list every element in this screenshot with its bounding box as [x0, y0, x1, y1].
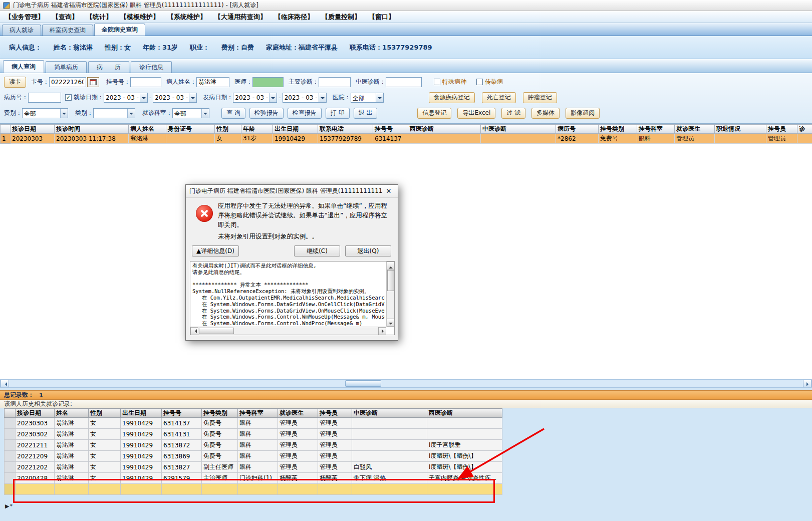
cell[interactable]: 6314137 — [162, 418, 202, 429]
cell[interactable] — [89, 484, 121, 495]
cell[interactable]: 20230303 11:17:38 — [55, 134, 129, 144]
history-table[interactable]: 接诊日期姓名性别出生日期挂号号挂号类别挂号科室就诊医生挂号员中医诊断西医诊断 2… — [4, 408, 502, 495]
cell[interactable]: I度晒斑\【晒伤\】 — [427, 451, 502, 462]
column-header[interactable]: 接诊日期 — [11, 125, 55, 134]
cell[interactable] — [278, 484, 318, 495]
chevron-down-icon[interactable] — [201, 109, 209, 118]
cell[interactable]: 眼科 — [637, 134, 675, 144]
cell[interactable]: 19910429 — [121, 418, 162, 429]
action-button-3[interactable]: 打 印 — [326, 108, 350, 119]
main-tab-2[interactable]: 全院病史查询 — [94, 24, 145, 36]
sub-tab-3[interactable]: 诊疗信息 — [131, 61, 172, 73]
cell[interactable]: 管理员 — [278, 418, 318, 429]
cell[interactable]: 子宫内膜炎 宫颈炎性疾... — [427, 473, 502, 484]
registration-button-1[interactable]: 死亡登记 — [482, 92, 516, 103]
tool-button-0[interactable]: 信息登记 — [417, 108, 451, 119]
hscroll-thumb[interactable] — [199, 328, 234, 334]
cell[interactable]: I度子宫脱垂 — [427, 440, 502, 451]
column-header[interactable]: 诊 — [797, 125, 812, 134]
table-row[interactable]: 20230303翁洺淋女199104296314137免费号眼科管理员管理员 — [5, 418, 502, 429]
cell[interactable]: 女 — [89, 418, 121, 429]
cell[interactable]: 6314137 — [373, 134, 408, 144]
visit-dept-select[interactable]: 全部 — [172, 108, 209, 118]
menu-item-2[interactable]: 【统计】 — [86, 13, 112, 22]
onset-date-from[interactable]: 2023 - 03 - 03 — [233, 93, 277, 103]
hospital-select[interactable]: 全部 — [351, 93, 384, 103]
doctor-input[interactable] — [252, 77, 284, 87]
cell[interactable]: 眼科 — [238, 429, 278, 440]
cell[interactable]: I度晒斑\【晒伤\】 — [427, 462, 502, 473]
registration-button-2[interactable]: 肿瘤登记 — [523, 92, 557, 103]
cell[interactable]: 6313869 — [162, 451, 202, 462]
reg-no-input[interactable] — [130, 77, 161, 87]
column-header[interactable]: 病历号 — [556, 125, 599, 134]
column-header[interactable]: 接诊日期 — [16, 409, 55, 418]
sub-tab-1[interactable]: 简单病历 — [46, 61, 87, 73]
cell[interactable] — [162, 484, 202, 495]
chevron-down-icon[interactable] — [140, 93, 147, 102]
cell[interactable] — [481, 134, 556, 144]
cell[interactable]: 眼科 — [238, 440, 278, 451]
search-result-table[interactable]: 接诊日期接诊时间病人姓名身份证号性别年龄出生日期联系电话挂号号西医诊断中医诊断病… — [0, 124, 812, 144]
visit-date-checkbox[interactable]: ✓ — [65, 94, 72, 101]
sub-tab-0[interactable]: 病人查询 — [3, 60, 44, 73]
column-header[interactable]: 挂号员 — [318, 409, 352, 418]
menu-item-1[interactable]: 【查询】 — [52, 13, 78, 22]
column-header[interactable]: 出生日期 — [121, 409, 162, 418]
column-header[interactable]: 挂号类别 — [202, 409, 238, 418]
cell[interactable] — [352, 429, 427, 440]
cell[interactable] — [352, 451, 427, 462]
cell[interactable] — [408, 134, 481, 144]
menu-item-0[interactable]: 【业务管理】 — [5, 13, 44, 22]
main-tab-0[interactable]: 病人就诊 — [2, 25, 41, 36]
menu-item-8[interactable]: 【窗口】 — [369, 13, 395, 22]
cell[interactable]: 免费号 — [202, 440, 238, 451]
chevron-down-icon[interactable] — [376, 93, 383, 102]
cell[interactable]: 20230302 — [16, 429, 55, 440]
cell[interactable]: 免费号 — [202, 418, 238, 429]
column-header[interactable]: 就诊医生 — [675, 125, 715, 134]
cell[interactable] — [797, 134, 812, 144]
cell[interactable]: 15377929789 — [318, 134, 373, 144]
cell[interactable]: 眼科 — [238, 451, 278, 462]
registration-button-0[interactable]: 食源疾病登记 — [429, 92, 475, 103]
chevron-down-icon[interactable] — [127, 109, 135, 118]
column-header[interactable]: 中医诊断 — [352, 409, 427, 418]
column-header[interactable] — [1, 125, 11, 134]
case-no-input[interactable] — [28, 93, 61, 103]
menu-item-4[interactable]: 【系统维护】 — [167, 13, 206, 22]
tool-button-2[interactable]: 过 滤 — [501, 108, 525, 119]
tool-button-3[interactable]: 多媒体 — [531, 108, 560, 119]
tcm-diagnosis-input[interactable] — [386, 77, 422, 87]
cell[interactable]: 主治医师 — [202, 473, 238, 484]
column-header[interactable]: 身份证号 — [166, 125, 215, 134]
cell[interactable]: 管理员 — [278, 429, 318, 440]
column-header[interactable]: 性别 — [215, 125, 241, 134]
scroll-left-icon[interactable] — [1, 380, 9, 387]
cell[interactable]: 6291579 — [162, 473, 202, 484]
cell[interactable] — [715, 134, 766, 144]
cell[interactable]: 管理员 — [278, 462, 318, 473]
cell[interactable] — [427, 429, 502, 440]
cell[interactable]: 翁洺淋 — [129, 134, 166, 144]
column-header[interactable]: 姓名 — [55, 409, 89, 418]
cell[interactable]: 6314131 — [162, 429, 202, 440]
cell[interactable]: 门诊妇科(1) — [238, 473, 278, 484]
cell[interactable]: 管理员 — [675, 134, 715, 144]
cell[interactable]: 眼科 — [238, 418, 278, 429]
menu-item-7[interactable]: 【质量控制】 — [322, 13, 361, 22]
tool-button-1[interactable]: 导出Excel — [457, 108, 495, 119]
cell[interactable]: *2862 — [556, 134, 599, 144]
card-reader-button[interactable] — [87, 77, 99, 87]
special-disease-checkbox[interactable] — [434, 79, 440, 85]
sub-tab-2[interactable]: 病 历 — [88, 61, 129, 73]
table-row[interactable]: 20221202翁洺淋女199104296313827副主任医师眼科管理员管理员… — [5, 462, 502, 473]
cell[interactable]: 20221209 — [16, 451, 55, 462]
scroll-right-icon[interactable] — [803, 380, 811, 387]
action-button-2[interactable]: 检查报告 — [288, 108, 322, 119]
cell[interactable]: 杨醉英 — [318, 473, 352, 484]
vscroll-thumb[interactable] — [387, 270, 394, 291]
cell[interactable]: 管理员 — [318, 462, 352, 473]
cell[interactable]: 女 — [89, 473, 121, 484]
cell[interactable] — [16, 484, 55, 495]
